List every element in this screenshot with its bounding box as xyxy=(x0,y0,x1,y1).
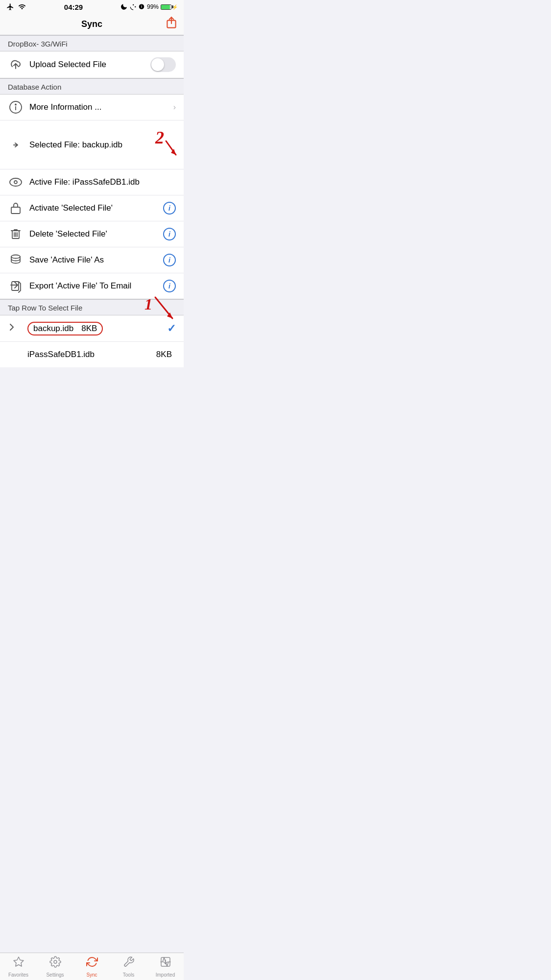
more-info-label: More Information ... xyxy=(29,102,173,112)
activate-selected-row[interactable]: Activate 'Selected File' i xyxy=(0,195,184,221)
delete-label: Delete 'Selected File' xyxy=(29,229,163,239)
svg-point-8 xyxy=(14,181,17,184)
active-file-row[interactable]: Active File: iPassSafeDB1.idb xyxy=(0,169,184,195)
eye-icon xyxy=(8,175,24,189)
delete-right[interactable]: i xyxy=(163,228,176,240)
airplane-icon xyxy=(6,3,15,11)
battery-icon: ⚡ xyxy=(161,4,178,10)
activate-right[interactable]: i xyxy=(163,202,176,215)
delete-selected-row[interactable]: Delete 'Selected File' i xyxy=(0,221,184,247)
status-time: 04:29 xyxy=(64,3,83,11)
lock-icon xyxy=(8,201,24,215)
file-size-ipasssafe: 8KB xyxy=(156,350,172,359)
status-right: 99% ⚡ xyxy=(120,3,178,10)
file-row-ipasssafe[interactable]: iPassSafeDB1.idb 8KB xyxy=(0,342,184,367)
upload-label: Upload Selected File xyxy=(29,60,150,70)
wifi-icon xyxy=(18,3,26,11)
status-left-icons xyxy=(6,3,26,11)
svg-text:2: 2 xyxy=(155,128,164,147)
share-button[interactable] xyxy=(165,16,178,33)
save-info-btn[interactable]: i xyxy=(163,254,176,266)
database-icon xyxy=(8,253,24,267)
dropbox-section-header: DropBox- 3G/WiFi xyxy=(0,35,184,51)
tap-row-header: Tap Row To Select File 1 xyxy=(0,299,184,315)
export-email-label: Export 'Active File' To Email xyxy=(29,281,163,291)
active-file-label: Active File: iPassSafeDB1.idb xyxy=(29,177,176,187)
file-chevron-icon xyxy=(8,321,22,335)
save-active-label: Save 'Active File' As xyxy=(29,255,163,265)
info-circle-icon xyxy=(8,100,24,114)
activate-label: Activate 'Selected File' xyxy=(29,203,163,213)
nav-title: Sync xyxy=(81,19,102,29)
selected-file-label: Selected File: backup.idb xyxy=(29,140,137,150)
svg-point-3 xyxy=(15,104,16,105)
export-info-btn[interactable]: i xyxy=(163,280,176,292)
save-active-right[interactable]: i xyxy=(163,254,176,266)
annotation-1: 1 xyxy=(131,295,180,326)
selected-file-icon xyxy=(8,138,24,152)
svg-point-7 xyxy=(10,178,22,186)
upload-toggle[interactable] xyxy=(150,57,176,72)
file-name-ipasssafe: iPassSafeDB1.idb xyxy=(27,350,156,359)
more-info-row[interactable]: More Information ... › xyxy=(0,95,184,120)
alarm-icon xyxy=(138,3,145,10)
chevron-right-icon: › xyxy=(173,103,176,112)
nav-bar: Sync xyxy=(0,14,184,35)
upload-row[interactable]: Upload Selected File xyxy=(0,51,184,78)
battery-percent: 99% xyxy=(147,3,159,10)
export-icon xyxy=(8,279,24,293)
database-action-list: More Information ... › Selected File: ba… xyxy=(0,95,184,299)
trash-icon xyxy=(8,227,24,241)
svg-point-14 xyxy=(11,255,20,259)
selected-file-row[interactable]: Selected File: backup.idb 2 xyxy=(0,120,184,169)
status-bar: 04:29 99% ⚡ xyxy=(0,0,184,14)
svg-text:1: 1 xyxy=(144,295,152,313)
save-active-row[interactable]: Save 'Active File' As i xyxy=(0,247,184,273)
delete-info-btn[interactable]: i xyxy=(163,228,176,240)
svg-rect-9 xyxy=(11,207,20,214)
annotation-2: 2 xyxy=(141,126,180,163)
moon-icon xyxy=(120,3,127,10)
backup-oval: backup.idb 8KB xyxy=(27,322,103,335)
upload-icon xyxy=(8,58,24,72)
more-info-right: › xyxy=(173,103,176,112)
activate-info-btn[interactable]: i xyxy=(163,202,176,215)
database-action-header: Database Action xyxy=(0,78,184,95)
orientation-lock-icon xyxy=(129,3,136,10)
export-right[interactable]: i xyxy=(163,280,176,292)
